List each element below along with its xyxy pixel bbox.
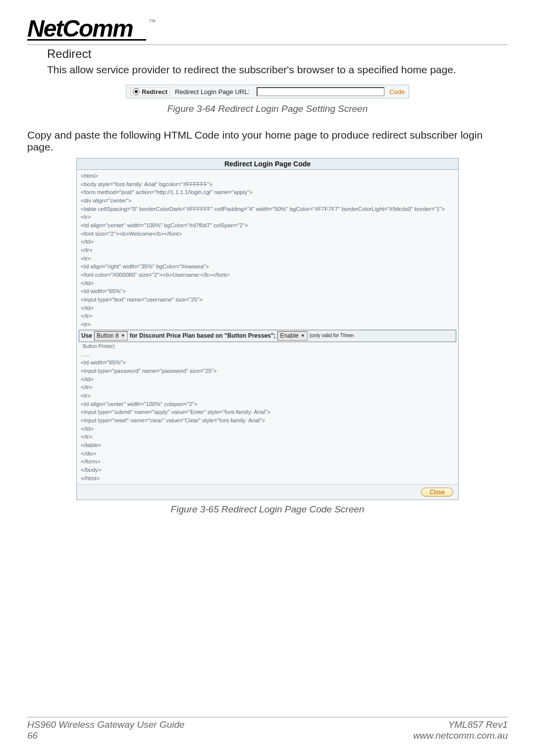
enable-select-value: Enable <box>280 332 298 340</box>
insert-use: Use <box>81 332 92 340</box>
code-block-bottom: ...... <td width="65%"> <input type="pas… <box>81 352 270 481</box>
chevron-down-icon: ▼ <box>301 333 305 339</box>
code-link[interactable]: Code <box>389 88 405 96</box>
code-block-top: <html> <body style="font-family: Arial" … <box>81 173 445 327</box>
header-divider <box>27 45 508 45</box>
insert-sub: Button Printer) <box>81 343 454 351</box>
footer-url: www.netcomm.com.au <box>413 730 508 741</box>
page-footer: HS960 Wireless Gateway User Guide 66 YML… <box>27 717 508 741</box>
logo-text: NetComm <box>27 15 133 42</box>
panel-title: Redirect Login Page Code <box>77 158 458 170</box>
figure-caption-1: Figure 3-64 Redirect Login Page Setting … <box>27 103 508 114</box>
footer-guide-title: HS960 Wireless Gateway User Guide <box>27 719 185 730</box>
close-button[interactable]: Close <box>421 488 453 497</box>
enable-select[interactable]: Enable ▼ <box>277 331 307 341</box>
code-panel: Redirect Login Page Code <html> <body st… <box>76 158 459 500</box>
button-select-value: Button 8 <box>97 332 119 340</box>
insert-tail: (only valid for Three- <box>310 332 355 340</box>
insert-mid: for Discount Price Plan based on "Button… <box>130 332 276 340</box>
panel-body: <html> <body style="font-family: Arial" … <box>77 170 458 484</box>
redirect-url-input[interactable] <box>257 87 384 96</box>
insert-config-row: Use Button 8 ▼ for Discount Price Plan b… <box>79 330 456 342</box>
button-select[interactable]: Button 8 ▼ <box>94 331 128 341</box>
chevron-down-icon: ▼ <box>121 333 125 339</box>
radio-icon <box>133 88 140 95</box>
redirect-radio-label: Redirect <box>142 88 167 96</box>
section-description: This allow service provider to redirect … <box>47 64 508 76</box>
figure-caption-2: Figure 3-65 Redirect Login Page Code Scr… <box>27 504 508 515</box>
redirect-setting-screenshot: Redirect Redirect Login Page URL: Code <box>126 85 409 99</box>
brand-logo: NetComm ™ <box>27 15 508 41</box>
section-heading: Redirect <box>47 47 508 61</box>
footer-page-number: 66 <box>27 730 185 741</box>
copy-instruction: Copy and paste the following HTML Code i… <box>27 129 508 153</box>
redirect-url-label: Redirect Login Page URL: <box>175 88 250 96</box>
redirect-radio-option[interactable]: Redirect <box>130 88 170 96</box>
trademark-symbol: ™ <box>148 18 156 27</box>
footer-revision: YML857 Rev1 <box>413 719 508 730</box>
